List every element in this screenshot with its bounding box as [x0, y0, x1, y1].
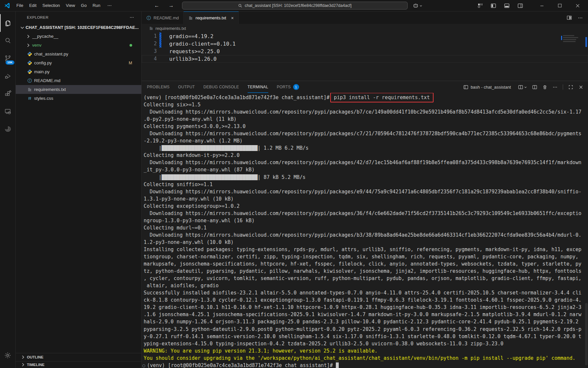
python-file-icon	[27, 69, 32, 75]
explorer-more-icon[interactable]	[130, 15, 134, 20]
gutter-modified-marker	[159, 40, 161, 48]
ports-count-badge: 1	[293, 84, 299, 90]
toggle-primary-sidebar-icon[interactable]	[491, 3, 496, 9]
terminal-line: You should consider upgrading via the '/…	[144, 355, 588, 362]
code-text: urllib3>=1.26.0	[169, 55, 217, 63]
menu-selection[interactable]: Selection	[39, 2, 63, 10]
close-window-icon[interactable]	[575, 3, 580, 8]
terminal-instance[interactable]: bash - chat_assistant	[463, 85, 511, 90]
terminal-line: , cycler, contourpy, uvicorn, tomlkit, s…	[144, 275, 588, 282]
gutter-modified-marker	[159, 32, 161, 40]
cloud-extension-icon[interactable]	[0, 120, 16, 138]
terminal-line: tz, python-dateutil, pyparsing, pydantic…	[144, 268, 588, 275]
search-sidebar-icon[interactable]	[0, 32, 16, 50]
panel-tab-problems[interactable]: PROBLEMS	[147, 81, 170, 93]
titlebar-right-actions	[477, 3, 585, 9]
code-line: 1gradio==4.19.2	[142, 32, 588, 40]
tree-root-item[interactable]: CHAT_ASSISTANT [SSH: 102ECEF1F6E84C298FF…	[16, 23, 141, 32]
terminal[interactable]: (venv) [root@00fb025e0a7c4ce3a3a1bd871e7…	[142, 93, 588, 368]
scm-count-badge: 10K	[6, 60, 14, 65]
section-timeline[interactable]: TIMELINE	[16, 361, 141, 368]
tree-item--pycache-[interactable]: __pycache__	[16, 32, 141, 41]
menu-edit[interactable]: Edit	[26, 2, 39, 10]
panel-tab-terminal[interactable]: TERMINAL	[248, 81, 268, 93]
split-terminal-icon[interactable]	[532, 85, 537, 90]
maximize-icon[interactable]	[558, 3, 562, 8]
terminal-cursor	[336, 362, 339, 368]
menu-view[interactable]: View	[63, 2, 78, 10]
overview-ruler-marker	[585, 37, 587, 47]
panel-tab-output[interactable]: OUTPUT	[178, 81, 195, 93]
toggle-secondary-sidebar-icon[interactable]	[517, 3, 523, 9]
panel-tab-label: TERMINAL	[248, 85, 268, 89]
info-file-icon	[146, 15, 151, 20]
python-file-icon	[27, 60, 32, 66]
toggle-panel-icon[interactable]	[504, 3, 510, 9]
tab-requirements-txt[interactable]: requirements.txt×	[184, 11, 238, 24]
activity-bar: 10K	[0, 11, 16, 368]
code-editor[interactable]: 1gradio==4.19.22gradio-client==0.10.13re…	[142, 32, 588, 81]
source-control-icon[interactable]: 10K	[0, 50, 16, 67]
menu-file[interactable]: File	[13, 2, 26, 10]
settings-gear-icon[interactable]	[0, 346, 16, 364]
terminal-line: Collecting mdurl~=0.1	[144, 224, 588, 231]
copilot-button[interactable]	[413, 3, 422, 9]
command-center-search[interactable]: chat_assistant [SSH: 102ecef1f6e84c298ff…	[182, 2, 408, 10]
css-file-icon	[27, 96, 32, 101]
panel-tab-ports[interactable]: PORTS1	[277, 81, 299, 93]
kill-terminal-icon[interactable]	[542, 85, 547, 90]
tree-item-main-py[interactable]: main.py	[16, 67, 141, 76]
terminal-line: ck-8.1.8 contourpy-1.3.0 cycler-0.12.1 e…	[144, 296, 588, 304]
back-arrow-icon[interactable]: ←	[153, 3, 160, 9]
chevron-right-icon	[26, 43, 31, 48]
info-file-icon	[27, 78, 32, 83]
terminal-line: Successfully installed aiofiles-23.2.1 a…	[144, 289, 588, 296]
split-editor-icon[interactable]	[567, 15, 572, 20]
run-debug-icon[interactable]	[0, 67, 16, 85]
chevron-right-icon	[20, 362, 26, 367]
file-name: requirements.txt	[34, 87, 66, 92]
editor-more-icon[interactable]	[578, 15, 583, 20]
launch-profile-icon[interactable]	[518, 85, 527, 90]
code-line: 3requests>=2.25.0	[142, 48, 588, 55]
tree-item-readme-md[interactable]: README.md	[16, 76, 141, 85]
line-number: 3	[142, 48, 159, 55]
tree-item-chat-assistant-py[interactable]: chat_assistant.py	[16, 50, 141, 58]
menu-run[interactable]: Run	[90, 2, 103, 10]
file-name: main.py	[34, 69, 50, 74]
terminal-line: Collecting exceptiongroup>=1.0.2	[144, 203, 588, 210]
menu-more-icon[interactable]	[105, 3, 114, 8]
tree-item-venv[interactable]: venv	[16, 41, 141, 50]
maximize-panel-icon[interactable]	[568, 85, 573, 90]
close-panel-icon[interactable]	[578, 85, 583, 90]
panel-tab-debug-console[interactable]: DEBUG CONSOLE	[203, 81, 239, 93]
customize-layout-icon[interactable]	[477, 3, 483, 8]
terminal-scrollbar[interactable]	[585, 303, 588, 365]
tab-label: README.md	[153, 15, 179, 20]
panel-tab-label: DEBUG CONSOLE	[203, 85, 239, 89]
remote-explorer-icon[interactable]	[0, 103, 16, 120]
code-line: 2gradio-client==0.10.1	[142, 40, 588, 48]
minimap[interactable]	[563, 35, 580, 43]
breadcrumb[interactable]: requirements.txt	[142, 24, 588, 32]
terminal-output: (venv) [root@00fb025e0a7c4ce3a3a1bd871e7…	[144, 94, 588, 368]
minimize-icon[interactable]	[539, 3, 544, 8]
annotated-command: pip3 install -r requirements.txt	[330, 93, 434, 102]
tree-item-config-py[interactable]: config.pyM	[16, 58, 141, 67]
menu-go[interactable]: Go	[78, 2, 90, 10]
section-outline[interactable]: OUTLINE	[16, 353, 141, 361]
terminal-line: ngroup-1.3.0-py3-none-any.whl (16 kB)	[144, 217, 588, 224]
extensions-icon[interactable]	[0, 85, 16, 103]
menu-bar: FileEditSelectionViewGoRun	[13, 2, 103, 10]
panel-more-icon[interactable]	[553, 85, 558, 90]
forward-arrow-icon[interactable]: →	[168, 3, 175, 9]
explorer-icon[interactable]	[0, 14, 16, 32]
tab-readme-md[interactable]: README.md	[142, 11, 184, 24]
close-tab-icon[interactable]: ×	[231, 15, 234, 21]
tree-item-styles-css[interactable]: styles.css	[16, 94, 141, 103]
window-controls	[539, 3, 580, 8]
tree-item-requirements-txt[interactable]: requirements.txt	[16, 85, 141, 94]
root-folder-label: CHAT_ASSISTANT [SSH: 102ECEF1F6E84C298FF…	[26, 25, 139, 30]
file-name: styles.css	[34, 96, 53, 101]
terminal-line: .1.6 jsonschema-4.25.1 jsonschema-specif…	[144, 311, 588, 318]
